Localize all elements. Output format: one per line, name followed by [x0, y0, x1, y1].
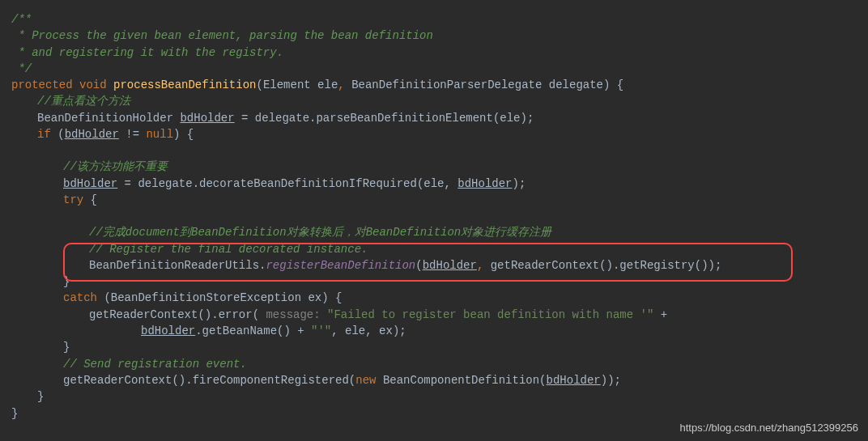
- code-line: BeanDefinitionHolder bdHolder = delegate…: [11, 110, 868, 126]
- code-line: if (bdHolder != null) {: [11, 126, 868, 142]
- code-line: getReaderContext().error( message: "Fail…: [11, 307, 868, 323]
- code-line: //完成document到BeanDefinition对象转换后，对BeanDe…: [11, 224, 868, 240]
- code-line: catch (BeanDefinitionStoreException ex) …: [11, 290, 868, 306]
- code-line: }: [11, 388, 868, 405]
- code-line: //重点看这个方法: [11, 93, 868, 109]
- code-line: //该方法功能不重要: [11, 159, 868, 175]
- code-line: }: [11, 274, 868, 290]
- watermark: https://blog.csdn.net/zhang512399256: [680, 421, 858, 436]
- highlighted-code-line: BeanDefinitionReaderUtils.registerBeanDe…: [11, 257, 868, 274]
- blank-line: [11, 208, 868, 224]
- comment-line: * and registering it with the registry.: [11, 45, 868, 61]
- code-line: try {: [11, 192, 868, 208]
- code-line: getReaderContext().fireComponentRegister…: [11, 372, 868, 388]
- blank-line: [11, 142, 868, 159]
- comment-line: /**: [11, 11, 868, 28]
- code-line: // Send registration event.: [11, 356, 868, 372]
- comment-line: * Process the given bean element, parsin…: [11, 28, 868, 44]
- code-line: bdHolder.getBeanName() + "'", ele, ex);: [11, 323, 868, 339]
- code-block: /** * Process the given bean element, pa…: [11, 11, 868, 422]
- code-line: }: [11, 405, 868, 422]
- code-line: }: [11, 339, 868, 355]
- code-line: // Register the final decorated instance…: [11, 241, 868, 257]
- method-signature: protected void processBeanDefinition(Ele…: [11, 77, 868, 93]
- comment-line: */: [11, 61, 868, 77]
- code-line: bdHolder = delegate.decorateBeanDefiniti…: [11, 176, 868, 192]
